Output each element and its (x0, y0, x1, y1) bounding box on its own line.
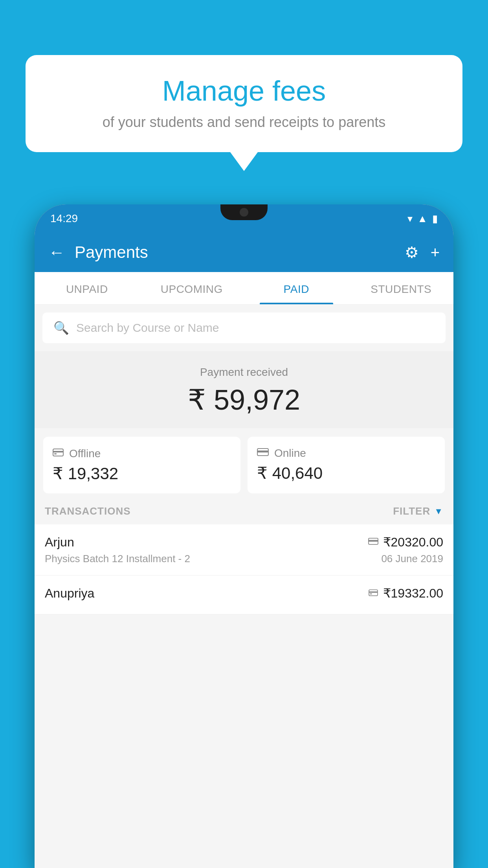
svg-rect-4 (257, 451, 268, 452)
transaction-row-arjun[interactable]: Arjun ₹20320.00 Physics (35, 524, 453, 576)
transaction-icon-anupriya (368, 587, 378, 600)
transaction-amount-row-arjun: ₹20320.00 (368, 535, 443, 550)
header-icons: ⚙ + (405, 243, 440, 261)
transaction-name-anupriya: Anupriya (45, 586, 94, 601)
transaction-top-arjun: Arjun ₹20320.00 (45, 535, 443, 550)
svg-rect-7 (369, 590, 378, 596)
filter-icon: ▼ (434, 506, 443, 517)
speech-bubble: Manage fees of your students and send re… (26, 55, 462, 152)
status-bar: 14:29 ▾ ▲ ▮ (35, 204, 453, 233)
offline-type: Offline (69, 447, 101, 460)
status-time: 14:29 (50, 212, 78, 225)
transaction-amount-row-anupriya: ₹19332.00 (368, 586, 443, 601)
online-amount: ₹ 40,640 (257, 463, 435, 483)
svg-rect-6 (368, 540, 378, 541)
search-icon: 🔍 (53, 320, 69, 335)
cards-row: Offline ₹ 19,332 Online (35, 428, 453, 493)
payment-label: Payment received (42, 366, 446, 379)
transaction-top-anupriya: Anupriya ₹19332.00 (45, 586, 443, 601)
transaction-amount-anupriya: ₹19332.00 (383, 586, 443, 601)
tabs: UNPAID UPCOMING PAID STUDENTS (35, 272, 453, 305)
filter-label: FILTER (393, 505, 430, 517)
bubble-title: Manage fees (49, 75, 439, 107)
offline-icon (53, 447, 64, 460)
offline-amount: ₹ 19,332 (53, 464, 231, 483)
online-card: Online ₹ 40,640 (248, 437, 445, 493)
svg-rect-1 (53, 451, 63, 452)
tab-students[interactable]: STUDENTS (349, 272, 454, 304)
status-icons: ▾ ▲ ▮ (407, 213, 438, 225)
battery-icon: ▮ (432, 213, 438, 225)
offline-card: Offline ₹ 19,332 (43, 437, 240, 493)
settings-icon[interactable]: ⚙ (405, 243, 419, 261)
add-icon[interactable]: + (431, 244, 440, 261)
phone-notch (220, 204, 268, 220)
transaction-row-anupriya[interactable]: Anupriya ₹19332.00 (35, 576, 453, 614)
back-button[interactable]: ← (48, 243, 65, 262)
offline-card-header: Offline (53, 447, 231, 460)
notch-camera (240, 208, 248, 217)
transaction-date-arjun: 06 June 2019 (381, 553, 443, 565)
phone-container: 14:29 ▾ ▲ ▮ ← Payments ⚙ + (35, 204, 453, 868)
app-header: ← Payments ⚙ + (35, 233, 453, 272)
tab-upcoming[interactable]: UPCOMING (139, 272, 244, 304)
tab-unpaid[interactable]: UNPAID (35, 272, 139, 304)
transaction-name-arjun: Arjun (45, 535, 74, 550)
filter-button[interactable]: FILTER ▼ (393, 505, 443, 517)
transaction-icon-arjun (368, 536, 378, 548)
transactions-header: TRANSACTIONS FILTER ▼ (35, 493, 453, 524)
transaction-amount-arjun: ₹20320.00 (383, 535, 443, 550)
online-card-header: Online (257, 447, 435, 460)
search-bar[interactable]: 🔍 Search by Course or Name (42, 313, 446, 343)
transaction-bottom-arjun: Physics Batch 12 Installment - 2 06 June… (45, 553, 443, 565)
page-title: Payments (75, 243, 395, 262)
online-type: Online (274, 447, 306, 460)
online-icon (257, 447, 269, 460)
wifi-icon: ▾ (407, 213, 413, 225)
payment-amount: ₹ 59,972 (42, 383, 446, 416)
svg-rect-9 (370, 593, 372, 594)
transactions-label: TRANSACTIONS (45, 505, 131, 517)
svg-rect-2 (54, 453, 57, 454)
content-area: 🔍 Search by Course or Name Payment recei… (35, 305, 453, 868)
bubble-subtitle: of your students and send receipts to pa… (49, 114, 439, 131)
payment-summary: Payment received ₹ 59,972 (35, 351, 453, 428)
search-input[interactable]: Search by Course or Name (76, 321, 219, 335)
tab-paid[interactable]: PAID (244, 272, 349, 304)
svg-rect-8 (369, 591, 378, 592)
signal-icon: ▲ (417, 213, 427, 225)
transaction-course-arjun: Physics Batch 12 Installment - 2 (45, 553, 190, 565)
